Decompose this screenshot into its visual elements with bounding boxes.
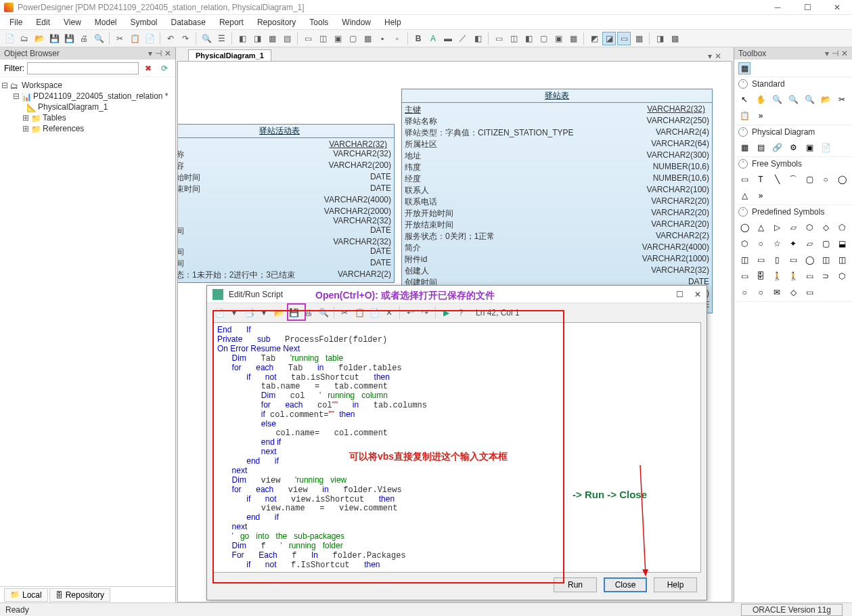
table-icon[interactable]: ▦ xyxy=(738,141,750,154)
tool-q-icon[interactable]: ▦ xyxy=(566,32,580,45)
section-predef[interactable]: Predefined Symbols xyxy=(752,207,824,217)
ref-icon[interactable]: 🔗 xyxy=(771,141,783,154)
p19-icon[interactable]: ◯ xyxy=(803,254,815,266)
p21-icon[interactable]: ◫ xyxy=(836,254,848,266)
fill-icon[interactable]: ▬ xyxy=(441,32,455,45)
section-standard[interactable]: Standard xyxy=(752,79,785,89)
p29-icon[interactable]: ○ xyxy=(738,286,750,299)
menu-repository[interactable]: Repository xyxy=(250,16,302,28)
p31-icon[interactable]: ✉ xyxy=(771,286,783,299)
print-icon[interactable]: 🖨 xyxy=(77,32,91,45)
dialog-close-icon[interactable]: ✕ xyxy=(694,290,701,299)
p6-icon[interactable]: ◇ xyxy=(820,221,832,234)
script-find-icon[interactable]: 🔍 xyxy=(317,306,330,320)
view-icon[interactable]: ▤ xyxy=(755,141,767,154)
tool-d-icon[interactable]: ▤ xyxy=(280,32,294,45)
p33-icon[interactable]: ▭ xyxy=(803,286,815,299)
script-paste-icon[interactable]: 📄 xyxy=(367,306,381,320)
p18-icon[interactable]: ▭ xyxy=(787,254,799,266)
tool-r-icon[interactable]: ◩ xyxy=(587,32,601,45)
p20-icon[interactable]: ◫ xyxy=(820,254,832,266)
script-copy-icon[interactable]: 📋 xyxy=(353,306,366,320)
pin-icon[interactable]: ▾ xyxy=(148,49,152,58)
tool-t-icon[interactable]: ▭ xyxy=(617,32,631,45)
tab-repository[interactable]: 🗄Repository xyxy=(49,588,110,602)
pinned-icon[interactable]: ⊣ xyxy=(155,49,162,58)
tool-s-icon[interactable]: ◪ xyxy=(602,32,616,45)
menu-tools[interactable]: Tools xyxy=(302,16,335,28)
file-icon[interactable]: 📄 xyxy=(820,141,832,154)
text-a-icon[interactable]: A xyxy=(426,32,440,45)
filter-refresh-icon[interactable]: ⟳ xyxy=(158,62,171,75)
menu-window[interactable]: Window xyxy=(335,16,378,28)
script-new-icon[interactable]: 📄 xyxy=(212,306,226,320)
panel-close-icon[interactable]: ✕ xyxy=(164,49,171,58)
arc-icon[interactable]: ⌒ xyxy=(787,173,799,185)
tool-m-icon[interactable]: ◫ xyxy=(507,32,520,45)
minimize-button[interactable]: ─ xyxy=(763,0,792,15)
p4-icon[interactable]: ▱ xyxy=(787,221,799,234)
tool-c-icon[interactable]: ▦ xyxy=(265,32,279,45)
script-run-icon[interactable]: ▶ xyxy=(439,306,453,320)
save-icon[interactable]: 💾 xyxy=(47,32,61,45)
tool-j-icon[interactable]: ▪ xyxy=(376,32,389,45)
tool-v-icon[interactable]: ◨ xyxy=(653,32,667,45)
script-cut-icon[interactable]: ✂ xyxy=(338,306,351,320)
tab-local[interactable]: 📁Local xyxy=(4,588,48,602)
bold-icon[interactable]: B xyxy=(411,32,425,45)
tool-n-icon[interactable]: ◧ xyxy=(522,32,535,45)
tool-w-icon[interactable]: ▩ xyxy=(668,32,681,45)
table-station[interactable]: 驿站表 主键VARCHAR2(32)驿站名称VARCHAR2(250)驿站类型：… xyxy=(401,89,713,313)
script-dropdown-icon[interactable]: ▾ xyxy=(227,306,241,320)
new-icon[interactable]: 📄 xyxy=(3,32,16,45)
style-icon[interactable]: ◧ xyxy=(471,32,485,45)
script-editor[interactable]: End If Private sub ProcessFolder(folder)… xyxy=(212,322,701,573)
line-icon[interactable]: ／ xyxy=(456,32,470,45)
tool-p-icon[interactable]: ▣ xyxy=(552,32,565,45)
p22-icon[interactable]: ▭ xyxy=(738,270,750,282)
p2-icon[interactable]: △ xyxy=(755,221,767,234)
p26-icon[interactable]: ▭ xyxy=(803,270,815,282)
p16-icon[interactable]: ▭ xyxy=(755,254,767,266)
grid-view-icon[interactable]: ▦ xyxy=(738,62,750,74)
zoom-out-icon[interactable]: 🔍 xyxy=(787,93,799,106)
p9-icon[interactable]: ○ xyxy=(755,238,767,250)
close-button[interactable]: ✕ xyxy=(822,0,852,15)
menu-edit[interactable]: Edit xyxy=(29,16,57,28)
p25-icon[interactable]: 🚶 xyxy=(787,270,799,282)
tool-k-icon[interactable]: ▫ xyxy=(390,32,404,45)
close-script-button[interactable]: Close xyxy=(604,577,647,592)
menu-model[interactable]: Model xyxy=(88,16,124,28)
zoom-fit-icon[interactable]: 🔍 xyxy=(803,93,815,106)
dialog-maximize-icon[interactable]: ☐ xyxy=(676,290,683,299)
tool-o-icon[interactable]: ▢ xyxy=(537,32,550,45)
p17-icon[interactable]: ▯ xyxy=(771,254,783,266)
save-all-icon[interactable]: 💾 xyxy=(62,32,76,45)
tool-g-icon[interactable]: ▣ xyxy=(331,32,344,45)
chevright-icon[interactable]: » xyxy=(755,110,767,122)
help-button[interactable]: Help xyxy=(654,577,697,592)
text-icon[interactable]: T xyxy=(755,173,767,185)
script-redo-icon[interactable]: ↷ xyxy=(418,306,432,320)
find-icon[interactable]: 🔍 xyxy=(200,32,213,45)
poly-icon[interactable]: △ xyxy=(738,190,750,202)
props2-icon[interactable]: 📋 xyxy=(738,110,750,122)
p3-icon[interactable]: ▷ xyxy=(771,221,783,234)
tool-l-icon[interactable]: ▭ xyxy=(492,32,506,45)
script-undo-icon[interactable]: ↶ xyxy=(403,306,417,320)
maximize-button[interactable]: ☐ xyxy=(792,0,822,15)
tbx-close-icon[interactable]: ✕ xyxy=(841,49,848,58)
rrect-icon[interactable]: ▢ xyxy=(803,173,815,185)
doc-close-icon[interactable]: ✕ xyxy=(715,51,721,61)
filter-clear-icon[interactable]: ✖ xyxy=(141,62,155,75)
diagram-canvas[interactable]: 驿站活动表 dVARCHAR2(32)名称VARCHAR2(32)内容VARCH… xyxy=(177,61,732,602)
script-dd2-icon[interactable]: ▾ xyxy=(257,306,271,320)
cut2-icon[interactable]: ✂ xyxy=(836,93,848,106)
pointer-icon[interactable]: ↖ xyxy=(738,93,750,106)
p12-icon[interactable]: ▱ xyxy=(803,238,815,250)
filter-input[interactable] xyxy=(27,62,139,74)
menu-view[interactable]: View xyxy=(57,16,88,28)
p27-icon[interactable]: ⊃ xyxy=(820,270,832,282)
tool-f-icon[interactable]: ◫ xyxy=(316,32,330,45)
doc-tab[interactable]: PhysicalDiagram_1 xyxy=(188,49,271,61)
